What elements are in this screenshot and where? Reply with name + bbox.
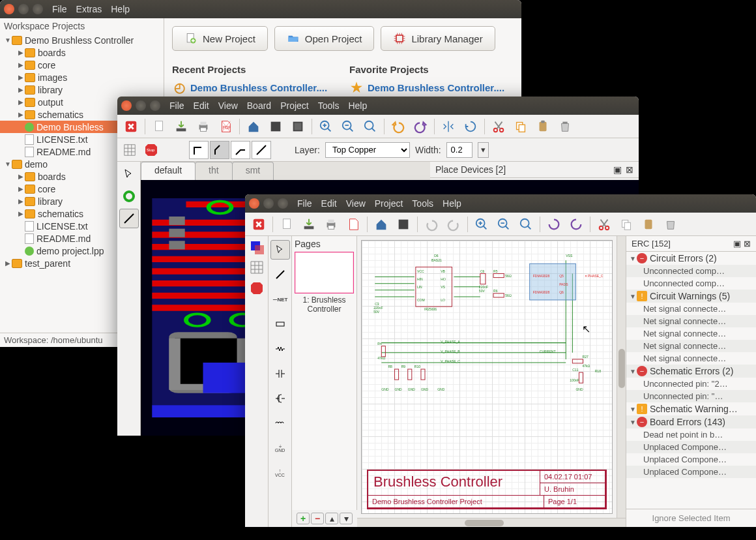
paste-icon[interactable] <box>533 117 553 136</box>
rotate-cw-icon[interactable] <box>566 215 586 234</box>
print-icon[interactable] <box>194 117 213 136</box>
minimize-icon[interactable] <box>136 100 146 111</box>
schematic-canvas[interactable]: VCCVB HINHO LINVS COMLO IR25606 C6220nF5… <box>361 240 613 514</box>
close-icon[interactable] <box>121 100 132 111</box>
netlabel-tool-icon[interactable]: ⸺NET <box>270 290 290 309</box>
page-thumbnail[interactable] <box>295 252 354 293</box>
zoom-in-icon[interactable] <box>316 117 336 136</box>
maximize-icon[interactable] <box>150 100 160 111</box>
dock-undock-icon[interactable]: ▣ <box>613 164 622 175</box>
cut-icon[interactable] <box>489 117 508 136</box>
menu-edit[interactable]: Edit <box>321 198 337 209</box>
gnd-tool-icon[interactable]: ⏚GND <box>270 438 290 458</box>
abort-button[interactable] <box>249 215 269 234</box>
component-tool-icon[interactable] <box>270 314 290 334</box>
erc-item[interactable]: Unplaced Compone… <box>626 453 756 466</box>
menu-project[interactable]: Project <box>280 100 309 111</box>
tree-row[interactable]: ▶images <box>0 71 164 83</box>
capacitor-pol-tool-icon[interactable] <box>270 389 290 408</box>
new-icon[interactable] <box>149 117 169 136</box>
board-view-icon[interactable] <box>394 215 413 234</box>
tab-tht[interactable]: tht <box>195 162 233 180</box>
erc-item[interactable]: Net signal connecte… <box>626 352 756 365</box>
erc-ignore-button[interactable]: Ignore Selected Item <box>626 509 756 527</box>
zoom-in-icon[interactable] <box>472 215 491 234</box>
minimize-icon[interactable] <box>18 4 29 14</box>
menu-help[interactable]: Help <box>443 198 461 209</box>
erc-group[interactable]: ▼!Schematic Warning… <box>626 402 756 415</box>
select-tool-icon[interactable] <box>119 164 139 184</box>
copy-icon[interactable] <box>511 117 531 136</box>
stop-icon[interactable] <box>249 280 265 296</box>
home-icon[interactable] <box>371 215 391 234</box>
erc-group[interactable]: ▼!Circuit Warnings (5) <box>626 290 756 303</box>
undo-icon[interactable] <box>422 215 441 234</box>
menu-file[interactable]: File <box>169 100 184 111</box>
erc-group[interactable]: ▼−Board Errors (143) <box>626 415 756 428</box>
erc-item[interactable]: Unplaced Compone… <box>626 466 756 478</box>
layer-color-icon[interactable] <box>250 240 264 256</box>
menu-file[interactable]: File <box>297 198 312 209</box>
wire-tool-icon[interactable] <box>270 265 290 284</box>
maximize-icon[interactable] <box>33 4 43 14</box>
schematic-scrollbar-h[interactable] <box>357 518 626 527</box>
erc-item[interactable]: Dead net point in b… <box>626 428 756 441</box>
erc-item[interactable]: Unconnected pin: "2… <box>626 378 756 390</box>
new-icon[interactable] <box>277 215 297 234</box>
dock-close-icon[interactable]: ⊠ <box>626 164 633 175</box>
copy-icon[interactable] <box>617 215 636 234</box>
tree-row[interactable]: ▶core <box>0 59 164 71</box>
route-90-icon[interactable] <box>189 141 209 159</box>
resistor-tool-icon[interactable] <box>270 339 290 359</box>
width-dropdown-icon[interactable]: ▾ <box>478 142 489 158</box>
menu-view[interactable]: View <box>346 198 366 209</box>
grid-icon[interactable] <box>121 142 138 158</box>
menu-file[interactable]: File <box>52 4 67 14</box>
zoom-out-icon[interactable] <box>494 215 514 234</box>
capacitor-tool-icon[interactable] <box>270 364 290 383</box>
save-icon[interactable] <box>299 215 319 234</box>
menu-board[interactable]: Board <box>247 100 271 111</box>
pdf-export-icon[interactable]: PDF <box>216 117 235 136</box>
redo-icon[interactable] <box>444 215 463 234</box>
zoom-out-icon[interactable] <box>338 117 358 136</box>
schematic-icon[interactable] <box>266 117 285 136</box>
menu-view[interactable]: View <box>218 100 238 111</box>
maximize-icon[interactable] <box>278 198 288 209</box>
erc-group[interactable]: ▼−Schematic Errors (2) <box>626 365 756 378</box>
recent-project-link[interactable]: ◴Demo Brushless Controller.... <box>172 80 336 95</box>
menu-help[interactable]: Help <box>111 4 130 14</box>
undo-icon[interactable] <box>388 117 408 136</box>
menu-edit[interactable]: Edit <box>194 100 209 111</box>
erc-item[interactable]: Net signal connecte… <box>626 315 756 327</box>
redo-icon[interactable] <box>411 117 430 136</box>
erc-item[interactable]: Net signal connecte… <box>626 327 756 340</box>
add-page-icon[interactable]: + <box>297 513 310 524</box>
paste-icon[interactable] <box>639 215 658 234</box>
zoom-fit-icon[interactable] <box>516 215 536 234</box>
menu-extras[interactable]: Extras <box>76 4 102 14</box>
delete-icon[interactable] <box>555 117 575 136</box>
width-input[interactable] <box>446 142 472 158</box>
inductor-tool-icon[interactable] <box>270 413 290 433</box>
flip-h-icon[interactable] <box>439 117 458 136</box>
rotate-ccw-icon[interactable] <box>544 215 564 234</box>
minimize-icon[interactable] <box>263 198 274 209</box>
close-icon[interactable] <box>4 4 14 14</box>
page-up-icon[interactable]: ▴ <box>325 513 338 524</box>
erc-item[interactable]: Unconnected comp… <box>626 277 756 290</box>
schematic-scrollbar-v[interactable] <box>617 236 626 518</box>
board-icon[interactable] <box>288 117 308 136</box>
erc-group[interactable]: ▼−Circuit Errors (2) <box>626 252 756 265</box>
route-free-icon[interactable] <box>252 141 271 159</box>
pdf-export-icon[interactable] <box>343 215 363 234</box>
menu-tools[interactable]: Tools <box>412 198 433 209</box>
menu-project[interactable]: Project <box>375 198 403 209</box>
rotate-icon[interactable] <box>461 117 480 136</box>
save-icon[interactable] <box>171 117 191 136</box>
erc-item[interactable]: Net signal connecte… <box>626 340 756 352</box>
stop-icon[interactable]: Stop <box>143 142 159 158</box>
via-tool-icon[interactable] <box>119 187 139 206</box>
erc-item[interactable]: Unplaced Compone… <box>626 441 756 453</box>
menu-help[interactable]: Help <box>348 100 367 111</box>
